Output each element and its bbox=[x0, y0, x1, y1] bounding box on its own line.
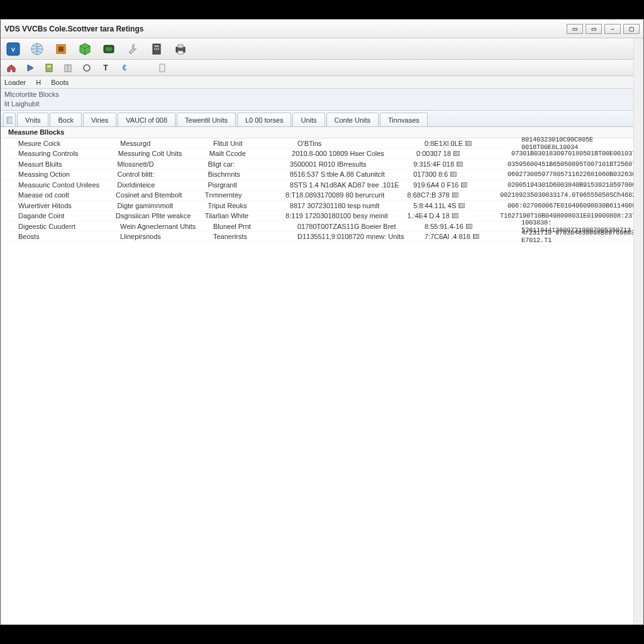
menu-loader[interactable]: Loader bbox=[4, 79, 26, 86]
table-row[interactable]: Meassing OctionControl blitt:Bischrnnts8… bbox=[1, 170, 643, 180]
tab-vnits[interactable]: Vnits bbox=[17, 113, 48, 126]
printer-icon[interactable] bbox=[173, 42, 188, 57]
thumb1-button[interactable]: ▭ bbox=[567, 24, 583, 34]
cell-name: Digeestic Cuuderrt bbox=[18, 223, 120, 230]
cell-measured: Digte gamimnmolt bbox=[118, 202, 208, 209]
menu-h[interactable]: H bbox=[36, 79, 41, 86]
svg-rect-21 bbox=[160, 64, 165, 72]
table-row[interactable]: Maease od cooltCosinet and BtemboltTnmne… bbox=[1, 191, 643, 201]
svg-rect-8 bbox=[154, 45, 159, 47]
cell-hex: 02005194301D6003840B9153921059700016 bbox=[508, 181, 643, 189]
page-icon[interactable] bbox=[157, 62, 168, 74]
cell-code: 5:8:44.11L 4S bbox=[413, 202, 508, 209]
home-icon[interactable] bbox=[6, 62, 17, 74]
cell-desc: 8817 3072301180 tesp numlt bbox=[290, 202, 413, 209]
cell-unit: Tilarlian White bbox=[205, 212, 286, 219]
cell-code: 919:6A4 0 F16 bbox=[413, 181, 508, 189]
tab-units[interactable]: Units bbox=[292, 113, 325, 126]
cell-desc: 8:119 172030180100 besy meinit bbox=[286, 212, 407, 219]
calc-icon[interactable] bbox=[149, 42, 164, 57]
tab-conte[interactable]: Conte Units bbox=[326, 113, 379, 126]
svg-point-20 bbox=[84, 65, 90, 71]
menu-boots[interactable]: Boots bbox=[51, 79, 69, 86]
cell-measured: Dsgnsiican Pfite weakce bbox=[116, 212, 205, 219]
tab-tewentil[interactable]: Tewentil Units bbox=[177, 113, 236, 126]
text-icon[interactable]: T bbox=[100, 62, 111, 74]
svg-rect-14 bbox=[178, 51, 183, 54]
cell-hex: 4/231710 970304830098B89769803 E7012.T1 bbox=[521, 229, 643, 244]
cell-hex: 002189235030033174.0T06555058SCh468206 bbox=[500, 191, 643, 199]
barcode-icon bbox=[452, 192, 458, 197]
barcode-icon bbox=[458, 203, 465, 208]
cell-code: 8:55:91.4-16 bbox=[425, 223, 521, 230]
cell-desc: D1135511,9:0108720 mnew: Units bbox=[297, 233, 425, 240]
doc-green-icon[interactable] bbox=[43, 62, 55, 74]
thumb2-button[interactable]: ▭ bbox=[586, 24, 602, 34]
globe-icon[interactable] bbox=[30, 42, 45, 57]
cell-measured: Dixrldinteice bbox=[118, 181, 208, 189]
cell-measured: Llinepirsnods bbox=[120, 233, 213, 240]
tab-vaucl[interactable]: VAUCl of 008 bbox=[118, 113, 175, 126]
svg-rect-15 bbox=[46, 64, 52, 72]
wrench-icon[interactable] bbox=[125, 42, 140, 57]
maximize-button[interactable]: ▢ bbox=[623, 24, 640, 34]
cell-measured: Wein Agneclernant Uhits bbox=[120, 223, 213, 230]
chip-icon[interactable] bbox=[53, 42, 69, 57]
cell-name: Dagande Coint bbox=[18, 212, 116, 219]
cell-unit: Triput Reuks bbox=[208, 202, 289, 209]
cell-code: 0:8E1Xl 0LE bbox=[425, 140, 521, 147]
barcode-icon bbox=[473, 234, 479, 239]
svg-rect-11 bbox=[158, 48, 159, 50]
context-strip: Mtcotortite Blocks lit Laighubit bbox=[1, 89, 643, 111]
barcode-icon bbox=[457, 162, 463, 167]
module-icon[interactable] bbox=[101, 42, 116, 57]
cell-code: 017300 8:6 bbox=[413, 170, 508, 178]
table-row[interactable]: Measuuric Contod UnileesDixrldinteicePis… bbox=[1, 180, 643, 191]
cell-hex: 069273085977805711622681060B03263073 bbox=[508, 170, 643, 178]
cube-icon[interactable] bbox=[77, 42, 92, 57]
barcode-icon bbox=[466, 224, 472, 229]
svg-rect-13 bbox=[178, 45, 183, 48]
cell-unit: Bligt car: bbox=[208, 160, 289, 168]
cell-measured: Cosinet and Btembolt bbox=[116, 191, 205, 199]
tab-l0[interactable]: L0 00 torses bbox=[237, 113, 292, 126]
cell-measured: Messurgd bbox=[120, 140, 213, 147]
minimize-button[interactable]: – bbox=[604, 24, 621, 34]
vertical-scrollbar[interactable] bbox=[633, 38, 643, 625]
play-icon[interactable] bbox=[25, 62, 36, 74]
svg-rect-9 bbox=[154, 48, 155, 50]
table-row[interactable]: BeostsLlinepirsnodsTeanerirstsD1135511,9… bbox=[1, 232, 643, 243]
bottom-letterbox bbox=[0, 625, 644, 644]
book-icon[interactable] bbox=[62, 62, 74, 74]
svg-rect-17 bbox=[47, 67, 51, 67]
barcode-icon bbox=[465, 141, 472, 146]
barcode-icon bbox=[461, 182, 467, 187]
cell-unit: Flitut Unit bbox=[213, 140, 297, 147]
cell-name: Measuring Controls bbox=[18, 150, 118, 157]
cell-name: Wurertiver Hitods bbox=[18, 202, 118, 209]
tab-icon[interactable] bbox=[3, 113, 16, 126]
tab-bock[interactable]: Bock bbox=[50, 113, 81, 126]
tab-tinnvases[interactable]: Tinnvases bbox=[380, 113, 428, 126]
circle-icon[interactable] bbox=[81, 62, 92, 74]
table-row[interactable]: Measurt BlultsMlossnett/DBligt car:35000… bbox=[1, 159, 643, 170]
cell-unit: Bluneel Prnt bbox=[213, 223, 297, 230]
table-row[interactable]: Measuring ControlsMessuring Colt UnitsMa… bbox=[1, 149, 643, 160]
euro-icon[interactable]: € bbox=[119, 62, 130, 74]
svg-rect-6 bbox=[106, 47, 112, 51]
cell-code: 8:68C7:B 378 bbox=[408, 191, 500, 199]
table-row[interactable]: Wurertiver HitodsDigte gamimnmoltTriput … bbox=[1, 201, 643, 211]
context-line1: Mtcotortite Blocks bbox=[4, 90, 640, 99]
cell-desc: 01780T00TZAS11G Boeier Bret bbox=[297, 223, 425, 230]
primary-toolbar: V bbox=[1, 38, 643, 60]
vcds-icon[interactable]: V bbox=[6, 42, 21, 57]
cell-unit: Bischrnnts bbox=[208, 170, 289, 178]
cell-unit: Pisrgrantl bbox=[208, 181, 289, 189]
svg-text:V: V bbox=[11, 47, 15, 53]
cell-measured: Mlossnett/D bbox=[118, 160, 208, 168]
cell-desc: 3500001 R010 IBrresults bbox=[290, 160, 413, 168]
tab-bar: Vnits Bock Viries VAUCl of 008 Tewentil … bbox=[1, 111, 643, 127]
cell-desc: 8:T18.0893170089 80 berurcurit bbox=[286, 191, 407, 199]
tab-viries[interactable]: Viries bbox=[83, 113, 116, 126]
table-row[interactable]: Mesure CoickMessurgdFlitut UnitO'BTins0:… bbox=[1, 138, 643, 149]
